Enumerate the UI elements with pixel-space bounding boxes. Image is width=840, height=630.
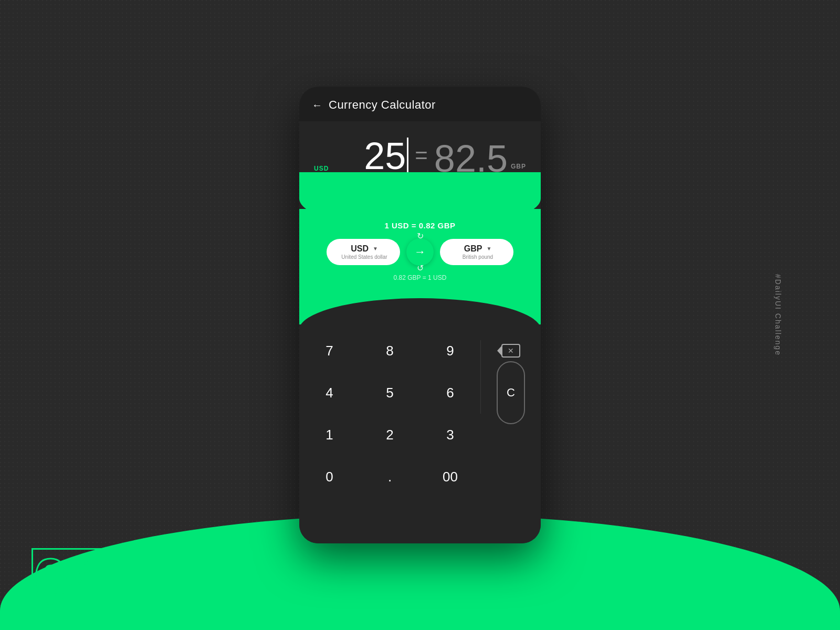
key-2[interactable]: 2 [360,414,420,456]
keypad-grid: 7 8 9 ✕ 4 5 6 C 1 2 3 0 . [299,330,541,498]
from-amount-text: 25 [364,137,406,175]
page-title: Currency Calculator [329,98,436,112]
key-6[interactable]: 6 [420,372,480,414]
backspace-shape: ✕ [501,344,520,358]
key-00[interactable]: 00 [420,456,480,498]
key-1[interactable]: 1 [299,414,360,456]
from-amount-area[interactable]: 25 [333,137,408,177]
forward-rate-label: 1 USD = 0.82 GBP [384,221,455,230]
to-code-text: GBP [464,244,482,254]
swap-button[interactable]: ↻ → ↺ [406,238,434,266]
from-code-text: USD [351,244,369,254]
to-selector-code: GBP ▼ [464,244,492,254]
from-selector-code: USD ▼ [351,244,378,254]
keypad-section: 7 8 9 ✕ 4 5 6 C 1 2 3 0 . [299,324,541,543]
key-4[interactable]: 4 [299,372,360,414]
reverse-rate-label: 0.82 GBP = 1 USD [394,274,447,281]
key-5[interactable]: 5 [360,372,420,414]
rate-section: 1 USD = 0.82 GBP USD ▼ United States dol… [299,188,541,324]
daily-ui-label: #DailyUI Challenge [774,274,782,356]
key-3[interactable]: 3 [420,414,480,456]
to-currency-label: GBP [511,163,526,170]
clear-container: C [480,372,541,414]
from-selector-name: United States dollar [341,254,387,260]
clear-button[interactable]: C [497,361,525,424]
back-arrow-icon[interactable]: ← [312,99,322,111]
from-currency-selector[interactable]: USD ▼ United States dollar [327,239,400,265]
key-0[interactable]: 0 [299,456,360,498]
currency-selectors: USD ▼ United States dollar ↻ → ↺ GBP ▼ B… [310,238,530,266]
wave-content: 1 USD = 0.82 GBP USD ▼ United States dol… [299,188,541,314]
challenge-number: 04 [32,548,104,614]
phone-card: ← Currency Calculator USD 25 = 82.5 GBP … [299,87,541,543]
equals-sign: = [408,143,434,168]
key-decimal[interactable]: . [360,456,420,498]
header: ← Currency Calculator [299,87,541,121]
backspace-icon: ✕ [501,344,520,358]
swap-arrow-top-icon: ↻ [417,231,424,241]
from-currency-label: USD [314,165,329,172]
swap-arrow-icon: → [414,245,426,259]
to-dropdown-icon: ▼ [486,246,491,251]
swap-arrow-bottom-icon: ↺ [417,263,424,273]
to-currency-selector[interactable]: GBP ▼ British pound [440,239,513,265]
from-amount-value: 25 [364,137,408,175]
from-dropdown-icon: ▼ [373,246,378,251]
backspace-x-icon: ✕ [508,346,514,355]
to-selector-name: British pound [463,254,493,260]
